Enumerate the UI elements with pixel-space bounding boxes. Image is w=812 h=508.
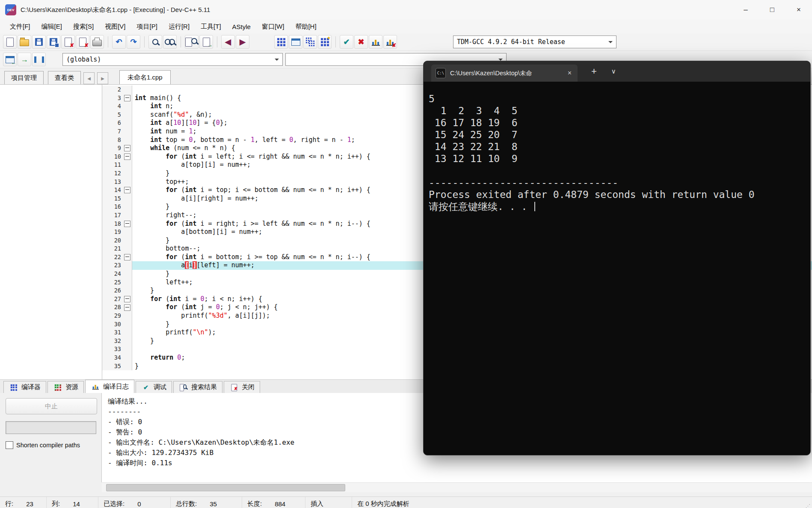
gutter: 34 [102,354,132,362]
replace-icon[interactable] [163,35,177,49]
run-icon[interactable] [289,35,302,49]
gutter: 25 [102,278,132,287]
grid-rg-icon [54,384,62,391]
menu-item-工具[T][interactable]: 工具[T] [195,21,227,32]
toolbar-specials: ←→ [3,53,46,66]
toolbar-main: ✘✘↶↷→◀▶★✔✖✘ [3,35,397,49]
profile-delete-icon[interactable]: ✘ [383,35,397,49]
redo-icon[interactable]: ↷ [127,35,140,49]
gutter: 13 [102,178,132,186]
syntax-check-icon[interactable]: ✔ [340,35,353,49]
project-panel[interactable] [0,85,102,379]
terminal-line: 14 23 22 21 8 [429,141,810,153]
menu-item-编辑[E][interactable]: 编辑[E] [36,21,68,32]
terminal-window[interactable]: C:\ C:\Users\Kazen\Desktop\未命 × + ∨ 5 1 … [423,61,811,455]
gutter: 19 [102,228,132,236]
menu-item-文件[F][interactable]: 文件[F] [4,21,36,32]
editor-tab[interactable]: 未命名1.cpp [119,70,171,84]
fold-marker[interactable] [124,254,130,260]
profile-icon[interactable] [369,35,382,49]
status-segment: 总行数:35 [171,497,242,508]
fold-marker[interactable] [124,221,130,227]
fold-marker[interactable] [124,154,130,160]
maximize-button[interactable]: □ [759,0,785,20]
tab-scroll-left-icon[interactable]: ◀ [83,72,95,84]
gutter: 11 [102,161,132,169]
shorten-paths-label: Shorten compiler paths [16,442,80,449]
toolbar-separator [181,36,181,47]
gutter: 28 [102,303,132,312]
bottom-tab-编译日志[interactable]: 编译日志 [85,380,134,393]
menu-item-项目[P][interactable]: 项目[P] [131,21,163,32]
print-icon[interactable] [90,35,104,49]
new-file-icon[interactable] [3,35,17,49]
compiler-combo[interactable]: TDM-GCC 4.9.2 64-bit Release [453,35,616,48]
globals-combo[interactable]: (globals) [62,53,283,66]
globals-combo-value: (globals) [66,56,101,63]
goto-bookmark-icon[interactable] [32,53,46,66]
menu-item-帮助[H][interactable]: 帮助[H] [290,21,322,32]
status-segment: 在 0 秒内完成解析 [352,497,801,508]
compile-progress-bar [6,421,96,434]
bottom-tab-编译器[interactable]: 编译器 [3,381,46,393]
terminal-new-tab-button[interactable]: + [591,66,597,77]
gutter: 24 [102,270,132,278]
chevron-down-icon[interactable] [271,53,282,65]
compile-icon[interactable] [274,35,288,49]
gutter: 8 [102,136,132,145]
close-file-icon[interactable]: ✘ [61,35,75,49]
bottom-tab-调试[interactable]: ✔调试 [136,381,172,393]
fold-marker[interactable] [124,145,130,151]
menu-item-AStyle[interactable]: AStyle [227,21,256,32]
scrollbar-thumb[interactable] [106,484,345,491]
chevron-down-icon[interactable] [605,36,616,48]
cmd-icon: C:\ [436,68,446,78]
back-icon[interactable]: ◀ [221,35,235,49]
undo-icon[interactable]: ↶ [112,35,126,49]
minimize-button[interactable]: – [732,0,759,20]
grid-icon [10,384,18,391]
menu-item-视图[V][interactable]: 视图[V] [99,21,131,32]
compile-run-icon[interactable] [303,35,317,49]
resize-grip[interactable]: ⋰ [801,497,812,508]
save-icon[interactable] [32,35,46,49]
shorten-paths-checkbox[interactable] [6,441,13,449]
tab-class-browser[interactable]: 查看类 [48,71,81,84]
terminal-line: 16 17 18 19 6 [429,117,810,129]
insert-icon[interactable]: ← [3,53,17,66]
fold-marker[interactable] [124,187,130,193]
menu-item-搜索[S][interactable]: 搜索[S] [68,21,99,32]
abort-button[interactable]: 中止 [6,398,97,414]
bottom-tab-关闭[interactable]: ✘关闭 [224,381,260,393]
tab-project-manager[interactable]: 项目管理 [4,71,44,84]
find-in-files-icon[interactable] [185,35,199,49]
close-all-icon[interactable]: ✘ [76,35,89,49]
terminal-body[interactable]: 5 1 2 3 4 5 16 17 18 19 6 15 24 25 20 7 … [424,82,810,213]
close-button[interactable]: × [785,0,812,20]
terminal-menu-chevron-icon[interactable]: ∨ [611,68,616,75]
gutter: 26 [102,286,132,295]
menu-item-窗口[W][interactable]: 窗口[W] [256,21,290,32]
chart-icon [92,383,99,390]
forward-icon[interactable]: ▶ [236,35,249,49]
fold-marker[interactable] [124,95,130,101]
rebuild-all-icon[interactable]: ★ [318,35,332,49]
tab-scroll-right-icon[interactable]: ▶ [97,72,108,84]
find-icon[interactable] [148,35,162,49]
fold-marker[interactable] [124,304,130,311]
gutter: 17 [102,211,132,220]
open-file-icon[interactable] [18,35,31,49]
terminal-tab-bar: C:\ C:\Users\Kazen\Desktop\未命 × + ∨ [424,61,810,82]
save-all-icon[interactable] [47,35,60,49]
terminal-line: 1 2 3 4 5 [429,105,810,117]
goto-line-icon[interactable]: → [199,35,213,49]
log-horizontal-scrollbar[interactable] [102,482,812,492]
terminal-tab-close-icon[interactable]: × [565,69,574,77]
fold-marker[interactable] [124,296,130,302]
bottom-tab-资源[interactable]: 资源 [47,381,84,393]
terminal-tab[interactable]: C:\ C:\Users\Kazen\Desktop\未命 × [431,65,578,82]
menu-item-运行[R][interactable]: 运行[R] [163,21,195,32]
toggle-bookmark-icon[interactable]: → [18,53,31,66]
abort-compile-icon[interactable]: ✖ [354,35,368,49]
bottom-tab-搜索结果[interactable]: 搜索结果 [173,381,222,393]
